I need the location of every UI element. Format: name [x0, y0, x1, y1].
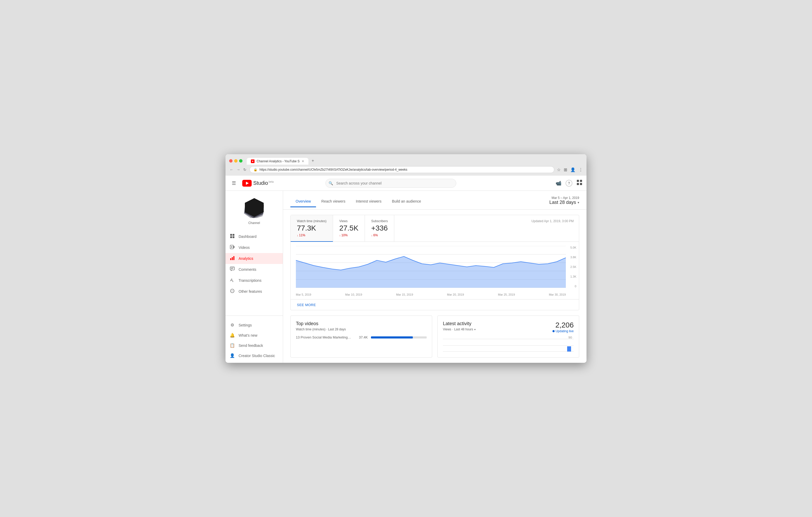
tabs-row: Overview Reach viewers Interest viewers … [290, 196, 427, 207]
svg-rect-12 [233, 236, 234, 238]
see-more-link[interactable]: SEE MORE [297, 303, 316, 307]
chart-area-fill [296, 256, 566, 288]
activity-count: 2,206 [552, 321, 574, 329]
svg-text:x: x [232, 280, 234, 282]
sidebar-divider [226, 315, 283, 316]
active-tab[interactable]: Channel Analytics - YouTube S ✕ [247, 158, 309, 165]
subscribers-change-pct: 6% [373, 234, 378, 237]
sidebar-item-comments[interactable]: Comments [226, 264, 283, 275]
brand-logo: Studiobeta [242, 180, 273, 187]
date-range-main-row: Last 28 days ▾ [549, 200, 579, 205]
search-input[interactable] [325, 179, 456, 188]
tab-build-audience[interactable]: Build an audience [387, 196, 426, 207]
tab-bar: Channel Analytics - YouTube S ✕ + [247, 157, 317, 165]
sidebar-item-send-feedback[interactable]: 📋 Send feedback [226, 340, 283, 351]
video-views: 37.4K [355, 335, 368, 339]
activity-dropdown-icon[interactable]: ▾ [474, 328, 475, 331]
svg-point-26 [231, 291, 232, 291]
chart-y-labels: 5.0K 3.8K 2.5K 1.3K 0 [570, 246, 576, 288]
activity-bar [567, 346, 571, 352]
activity-mini-chart: 90 [443, 336, 574, 352]
live-dot-icon [552, 330, 555, 332]
apps-grid-icon[interactable] [577, 180, 582, 187]
analytics-icon [230, 255, 235, 262]
sidebar-item-other-features[interactable]: Other features [226, 286, 283, 297]
channel-avatar: Channel [226, 191, 283, 229]
search-bar[interactable]: 🔍 [325, 179, 456, 188]
sidebar-item-transcriptions[interactable]: A x Transcriptions [226, 275, 283, 286]
see-more-section: SEE MORE [291, 299, 579, 310]
browser-addressbar: ← → ↻ 🔒 https://studio.youtube.com/chann… [226, 165, 586, 176]
sidebar-item-creator-studio[interactable]: 👤 Creator Studio Classic [226, 351, 283, 361]
analytics-content: Watch time (minutes) 77.3K ↓ 11% Views [283, 210, 586, 363]
refresh-button[interactable]: ↻ [243, 167, 247, 172]
date-range-dropdown-icon: ▾ [578, 201, 579, 204]
send-feedback-icon: 📋 [230, 343, 235, 348]
views-down-arrow: ↓ [339, 234, 341, 237]
address-bar[interactable]: 🔒 https://studio.youtube.com/channel/UCf… [250, 166, 554, 173]
tab-reach-viewers[interactable]: Reach viewers [316, 196, 351, 207]
help-button[interactable]: ? [566, 180, 572, 187]
stat-views[interactable]: Views 27.5K ↓ 10% [333, 215, 365, 242]
sidebar-item-videos[interactable]: Videos [226, 242, 283, 253]
minimize-window-button[interactable] [234, 159, 237, 162]
back-button[interactable]: ← [229, 167, 234, 172]
subscribers-label: Subscribers [371, 219, 388, 223]
video-title: 13 Proven Social Media Marketing Tips f.… [296, 335, 352, 339]
views-value: 27.5K [339, 224, 358, 232]
tab-close-icon[interactable]: ✕ [301, 159, 304, 163]
sidebar-item-whats-new[interactable]: 🔔 What's new [226, 330, 283, 340]
sidebar-label-dashboard: Dashboard [239, 235, 257, 239]
browser-window: Channel Analytics - YouTube S ✕ + ← → ↻ … [226, 154, 586, 363]
transcriptions-icon: A x [230, 278, 235, 283]
date-range-subtitle: Mar 5 – Apr 1, 2019 [552, 196, 579, 200]
tab-favicon-icon [251, 159, 255, 163]
stat-watch-time[interactable]: Watch time (minutes) 77.3K ↓ 11% [291, 215, 333, 242]
activity-title: Latest activity [443, 321, 475, 327]
sidebar-label-comments: Comments [239, 267, 256, 272]
watch-time-change-pct: 11% [299, 234, 305, 237]
new-tab-button[interactable]: + [309, 157, 317, 165]
stat-subscribers[interactable]: Subscribers +336 ↓ 6% [365, 215, 394, 242]
account-circle-icon[interactable]: 👤 [570, 167, 576, 172]
brand-name: Studiobeta [253, 180, 273, 186]
activity-title-block: Latest activity Views · Last 48 hours ▾ [443, 321, 475, 335]
app-body: Channel Dashboard [226, 191, 586, 363]
svg-rect-19 [230, 267, 234, 270]
tab-overview[interactable]: Overview [290, 196, 316, 207]
browser-titlebar: Channel Analytics - YouTube S ✕ + [226, 154, 586, 165]
bookmark-icon[interactable]: ☆ [557, 167, 560, 172]
nav-buttons: ← → ↻ [229, 167, 247, 172]
tab-interest-viewers[interactable]: Interest viewers [351, 196, 387, 207]
channel-section-label: Channel [248, 221, 260, 225]
sidebar-label-transcriptions: Transcriptions [239, 278, 261, 282]
video-bar [371, 336, 427, 338]
date-range-selector[interactable]: Mar 5 – Apr 1, 2019 Last 28 days ▾ [549, 196, 579, 209]
maximize-window-button[interactable] [239, 159, 242, 162]
menu-dots-icon[interactable]: ⋮ [579, 167, 583, 172]
header-actions: 📹 ? [556, 180, 582, 187]
tab-title: Channel Analytics - YouTube S [257, 159, 299, 163]
svg-rect-5 [580, 183, 582, 185]
close-window-button[interactable] [229, 159, 233, 162]
top-videos-subtitle: Watch time (minutes) · Last 28 days [296, 328, 427, 331]
top-videos-card: Top videos Watch time (minutes) · Last 2… [290, 315, 432, 358]
svg-rect-9 [230, 234, 232, 236]
svg-rect-10 [233, 234, 234, 236]
top-videos-title: Top videos [296, 321, 427, 327]
svg-rect-16 [230, 258, 231, 260]
hamburger-menu-icon[interactable]: ☰ [230, 178, 238, 188]
sidebar-item-dashboard[interactable]: Dashboard [226, 231, 283, 242]
svg-marker-14 [231, 246, 233, 248]
forward-button[interactable]: → [236, 167, 241, 172]
views-label: Views [339, 219, 358, 223]
analytics-chart [296, 246, 566, 288]
views-change: ↓ 10% [339, 234, 358, 237]
sidebar-item-analytics[interactable]: Analytics [226, 253, 283, 264]
watch-time-change: ↓ 11% [297, 234, 326, 237]
svg-rect-17 [232, 257, 233, 260]
sidebar-item-settings[interactable]: ⚙ Settings [226, 320, 283, 330]
upload-video-button[interactable]: 📹 [556, 180, 561, 186]
youtube-logo-icon [242, 180, 252, 187]
extensions-icon[interactable]: ⊞ [564, 167, 567, 172]
